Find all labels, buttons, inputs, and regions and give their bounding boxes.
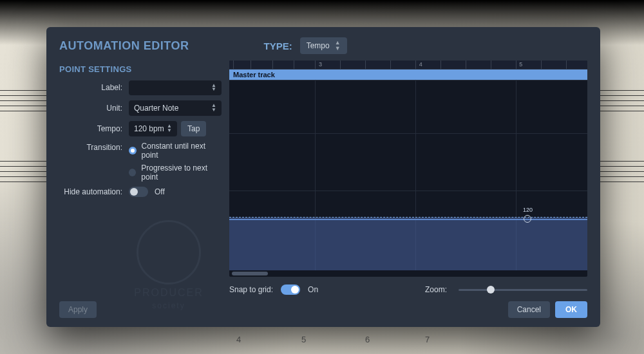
hide-automation-toggle[interactable] bbox=[129, 187, 148, 197]
measure-number: 7 bbox=[425, 335, 430, 344]
transition-constant-option[interactable]: Constant until next point bbox=[129, 142, 222, 160]
transition-field-label: Transition: bbox=[59, 142, 129, 152]
tempo-field-label: Tempo: bbox=[59, 124, 129, 133]
ruler-number: 4 bbox=[419, 61, 422, 68]
chevron-updown-icon: ▲▼ bbox=[211, 84, 216, 92]
point-settings-panel: POINT SETTINGS Label: ▲▼ Unit: Quarter N… bbox=[59, 61, 222, 295]
watermark-logo: PRODUCER society bbox=[113, 220, 224, 295]
horizontal-scrollbar[interactable] bbox=[232, 272, 268, 275]
cancel-button[interactable]: Cancel bbox=[508, 301, 550, 318]
automation-timeline[interactable]: 3 4 5 Master track bbox=[229, 61, 587, 277]
automation-line[interactable] bbox=[229, 219, 587, 220]
ruler-number: 3 bbox=[319, 61, 322, 68]
timeline-controls: Snap to grid: On Zoom: bbox=[229, 277, 587, 295]
type-value: Tempo bbox=[307, 41, 330, 50]
titlebar: AUTOMATION EDITOR TYPE: Tempo ▲▼ bbox=[46, 27, 600, 61]
chevron-updown-icon: ▲▼ bbox=[211, 104, 216, 112]
transition-progressive-option[interactable]: Progressive to next point bbox=[129, 163, 222, 182]
unit-select[interactable]: Quarter Note ▲▼ bbox=[129, 100, 222, 116]
label-select[interactable]: ▲▼ bbox=[129, 80, 222, 95]
automation-editor-dialog: AUTOMATION EDITOR TYPE: Tempo ▲▼ POINT S… bbox=[46, 27, 600, 327]
ruler-number: 5 bbox=[519, 61, 522, 68]
snap-to-grid-label: Snap to grid: bbox=[229, 285, 273, 294]
ok-button[interactable]: OK bbox=[555, 301, 587, 318]
type-select[interactable]: Tempo ▲▼ bbox=[300, 37, 347, 54]
automation-point[interactable] bbox=[524, 215, 531, 223]
automation-line-dashed bbox=[229, 217, 587, 218]
zoom-slider-thumb[interactable] bbox=[487, 286, 495, 293]
point-settings-heading: POINT SETTINGS bbox=[59, 64, 222, 74]
dialog-footer: Apply Cancel OK bbox=[46, 295, 600, 327]
snap-to-grid-toggle[interactable] bbox=[281, 284, 300, 295]
label-field-label: Label: bbox=[59, 83, 129, 92]
automation-point-value: 120 bbox=[523, 207, 533, 213]
automation-fill bbox=[229, 218, 587, 270]
zoom-slider[interactable] bbox=[459, 289, 587, 291]
measure-number: 6 bbox=[365, 335, 370, 344]
snap-to-grid-state: On bbox=[308, 285, 318, 294]
stepper-icon: ▲▼ bbox=[167, 124, 172, 133]
ruler[interactable]: 3 4 5 bbox=[229, 61, 587, 70]
apply-button[interactable]: Apply bbox=[59, 301, 97, 318]
track-header[interactable]: Master track bbox=[229, 70, 587, 80]
measure-number: 5 bbox=[301, 335, 306, 344]
zoom-label: Zoom: bbox=[425, 285, 447, 294]
hide-automation-label: Hide automation: bbox=[59, 187, 129, 196]
measure-number: 4 bbox=[236, 335, 241, 344]
hide-automation-state: Off bbox=[155, 187, 165, 196]
radio-icon bbox=[129, 147, 137, 154]
chevron-updown-icon: ▲▼ bbox=[335, 40, 341, 51]
tempo-input[interactable]: 120 bpm ▲▼ bbox=[129, 121, 177, 136]
radio-icon bbox=[129, 169, 136, 176]
tap-button[interactable]: Tap bbox=[181, 121, 206, 136]
dialog-title: AUTOMATION EDITOR bbox=[59, 39, 189, 53]
type-label: TYPE: bbox=[264, 41, 292, 51]
unit-field-label: Unit: bbox=[59, 104, 129, 113]
